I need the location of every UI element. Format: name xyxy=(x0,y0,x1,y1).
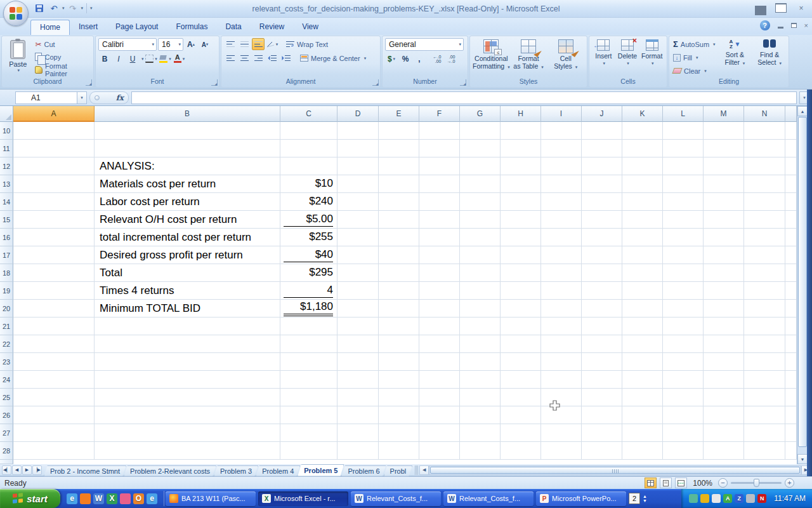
cell-H18[interactable] xyxy=(501,264,541,282)
cell-N19[interactable] xyxy=(744,282,785,300)
cell-partial-16[interactable] xyxy=(785,229,797,246)
cell-K28[interactable] xyxy=(622,442,663,460)
insert-function-button[interactable]: fx xyxy=(116,93,124,102)
cell-K16[interactable] xyxy=(622,229,663,246)
cell-E13[interactable] xyxy=(379,175,419,193)
cell-F13[interactable] xyxy=(419,175,460,193)
cell-A26[interactable] xyxy=(13,406,95,424)
cell-K24[interactable] xyxy=(622,371,663,389)
decrease-decimal-button[interactable]: .00→.0 xyxy=(445,53,457,65)
cell-M28[interactable] xyxy=(704,442,744,460)
cell-L26[interactable] xyxy=(663,406,704,424)
help-button[interactable]: ? xyxy=(760,20,770,30)
cell-L17[interactable] xyxy=(663,246,704,264)
cell-H20[interactable] xyxy=(501,300,541,318)
cell-F12[interactable] xyxy=(419,157,460,175)
cell-C22[interactable] xyxy=(280,335,337,353)
vertical-scroll-thumb[interactable] xyxy=(798,117,807,447)
cell-E12[interactable] xyxy=(379,157,419,175)
cell-B11[interactable] xyxy=(95,140,280,157)
ribbon-tab-insert[interactable]: Insert xyxy=(70,20,107,35)
cell-M22[interactable] xyxy=(704,335,744,353)
cell-A21[interactable] xyxy=(13,318,95,335)
cell-A27[interactable] xyxy=(13,424,95,442)
cell-H11[interactable] xyxy=(501,140,541,157)
ribbon-tab-view[interactable]: View xyxy=(293,20,327,35)
copy-button[interactable]: Copy xyxy=(34,51,91,63)
cell-C13[interactable]: $10 xyxy=(280,175,337,193)
cell-J26[interactable] xyxy=(582,406,622,424)
cell-J15[interactable] xyxy=(582,211,622,229)
cell-L28[interactable] xyxy=(663,442,704,460)
cell-C15[interactable]: $5.00 xyxy=(280,211,337,229)
italic-button[interactable]: I xyxy=(112,53,125,65)
paste-button[interactable]: Paste ▾ xyxy=(4,38,31,77)
cell-A23[interactable] xyxy=(13,353,95,371)
cell-A24[interactable] xyxy=(13,371,95,389)
cell-H19[interactable] xyxy=(501,282,541,300)
bold-button[interactable]: B xyxy=(98,53,111,65)
font-color-button[interactable]: A▾ xyxy=(173,53,186,65)
cell-L24[interactable] xyxy=(663,371,704,389)
row-header-23[interactable]: 23 xyxy=(0,353,13,371)
cell-I19[interactable] xyxy=(541,282,582,300)
cell-H10[interactable] xyxy=(501,122,541,140)
cell-partial-23[interactable] xyxy=(785,353,797,371)
cell-F23[interactable] xyxy=(419,353,460,371)
zoom-level[interactable]: 100% xyxy=(693,479,712,488)
cell-G11[interactable] xyxy=(460,140,501,157)
cell-F10[interactable] xyxy=(419,122,460,140)
cell-G24[interactable] xyxy=(460,371,501,389)
cell-F11[interactable] xyxy=(419,140,460,157)
internet-explorer-icon[interactable]: e xyxy=(67,493,77,504)
merge-center-button[interactable]: Merge & Center▾ xyxy=(299,52,367,64)
firefox-icon[interactable] xyxy=(80,493,91,504)
cell-G25[interactable] xyxy=(460,389,501,406)
cell-partial-10[interactable] xyxy=(785,122,797,140)
horizontal-scroll-track[interactable] xyxy=(429,465,801,475)
cell-D15[interactable] xyxy=(337,211,379,229)
cell-J27[interactable] xyxy=(582,424,622,442)
cell-F21[interactable] xyxy=(419,318,460,335)
cell-M19[interactable] xyxy=(704,282,744,300)
cell-F18[interactable] xyxy=(419,264,460,282)
number-format-select[interactable]: General▾ xyxy=(385,38,464,51)
cell-N24[interactable] xyxy=(744,371,785,389)
column-header-i[interactable]: I xyxy=(541,106,582,122)
column-header-n[interactable]: N xyxy=(744,106,785,122)
cell-L12[interactable] xyxy=(663,157,704,175)
cell-J21[interactable] xyxy=(582,318,622,335)
close-button[interactable]: × xyxy=(796,3,807,13)
cell-partial-21[interactable] xyxy=(785,318,797,335)
cell-F16[interactable] xyxy=(419,229,460,246)
shrink-font-button[interactable]: A▾ xyxy=(199,39,211,51)
cell-F24[interactable] xyxy=(419,371,460,389)
cell-partial-15[interactable] xyxy=(785,211,797,229)
alignment-dialog-launcher-icon[interactable] xyxy=(372,79,379,86)
cell-M26[interactable] xyxy=(704,406,744,424)
cell-N21[interactable] xyxy=(744,318,785,335)
cell-I28[interactable] xyxy=(541,442,582,460)
tab-split-handle[interactable] xyxy=(415,465,418,475)
cell-C19[interactable]: 4 xyxy=(280,282,337,300)
cell-B23[interactable] xyxy=(95,353,280,371)
format-as-table-button[interactable]: Format as Table ▾ xyxy=(510,38,547,77)
tray-icon-6[interactable] xyxy=(746,494,755,503)
insert-cells-button[interactable]: ← Insert▾ xyxy=(592,38,615,77)
autosum-button[interactable]: ΣAutoSum▾ xyxy=(672,38,717,50)
cell-G15[interactable] xyxy=(460,211,501,229)
zoom-slider[interactable] xyxy=(731,482,782,484)
cell-partial-11[interactable] xyxy=(785,140,797,157)
tray-icon-3[interactable] xyxy=(712,494,721,503)
cell-E28[interactable] xyxy=(379,442,419,460)
cell-A28[interactable] xyxy=(13,442,95,460)
cell-A20[interactable] xyxy=(13,300,95,318)
tray-icon-4[interactable]: A xyxy=(723,494,732,503)
cell-E17[interactable] xyxy=(379,246,419,264)
next-sheet-button[interactable]: ▶ xyxy=(22,465,32,475)
last-sheet-button[interactable]: ▕▶ xyxy=(32,465,42,475)
cell-D21[interactable] xyxy=(337,318,379,335)
taskbar-clock[interactable]: 11:47 AM xyxy=(774,494,806,503)
cell-D20[interactable] xyxy=(337,300,379,318)
cell-E16[interactable] xyxy=(379,229,419,246)
